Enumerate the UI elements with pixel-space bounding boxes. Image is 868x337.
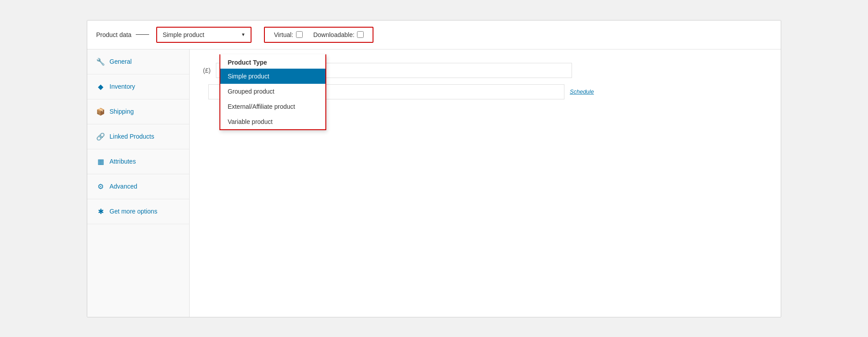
regular-price-currency: (£) bbox=[203, 67, 211, 74]
sidebar-item-linked-products[interactable]: 🔗 Linked Products bbox=[87, 124, 189, 149]
dropdown-header: Product Type bbox=[220, 54, 325, 69]
sidebar-item-shipping[interactable]: 📦 Shipping bbox=[87, 99, 189, 124]
sidebar-label-general: General bbox=[110, 58, 132, 65]
sidebar-label-shipping: Shipping bbox=[110, 108, 134, 115]
dropdown-item-external[interactable]: External/Affiliate product bbox=[220, 99, 325, 114]
sidebar-item-get-more-options[interactable]: ✱ Get more options bbox=[87, 199, 189, 224]
gear-icon: ⚙ bbox=[96, 182, 105, 191]
product-type-select-wrapper[interactable]: Simple product ▼ Product Type Simple pro… bbox=[156, 27, 251, 43]
main-layout: 🔧 General ◆ Inventory 📦 Shipping 🔗 Linke… bbox=[87, 49, 781, 317]
shipping-icon: 📦 bbox=[96, 107, 105, 116]
wrench-icon: 🔧 bbox=[96, 58, 105, 66]
product-type-button[interactable]: Simple product ▼ bbox=[157, 28, 251, 42]
sidebar-item-general[interactable]: 🔧 General bbox=[87, 49, 189, 74]
schedule-link[interactable]: Schedule bbox=[570, 88, 594, 95]
sidebar-item-attributes[interactable]: ▦ Attributes bbox=[87, 149, 189, 174]
product-type-dropdown: Product Type Simple product Grouped prod… bbox=[219, 54, 326, 130]
sidebar: 🔧 General ◆ Inventory 📦 Shipping 🔗 Linke… bbox=[87, 49, 190, 317]
virtual-label-text: Virtual: bbox=[274, 31, 293, 38]
sidebar-label-get-more-options: Get more options bbox=[110, 208, 157, 215]
sidebar-item-inventory[interactable]: ◆ Inventory bbox=[87, 74, 189, 99]
downloadable-checkbox[interactable] bbox=[357, 31, 364, 38]
virtual-checkbox-label[interactable]: Virtual: bbox=[274, 31, 302, 38]
product-data-panel: Product data Simple product ▼ Product Ty… bbox=[87, 20, 781, 317]
inventory-icon: ◆ bbox=[96, 82, 105, 91]
star-icon: ✱ bbox=[96, 207, 105, 216]
sidebar-label-advanced: Advanced bbox=[110, 183, 137, 190]
dropdown-item-grouped[interactable]: Grouped product bbox=[220, 84, 325, 99]
sidebar-item-advanced[interactable]: ⚙ Advanced bbox=[87, 174, 189, 199]
virtual-checkbox[interactable] bbox=[296, 31, 303, 38]
attributes-icon: ▦ bbox=[96, 157, 105, 166]
link-icon: 🔗 bbox=[96, 132, 105, 141]
dropdown-item-simple[interactable]: Simple product bbox=[220, 69, 325, 84]
product-data-label: Product data bbox=[96, 31, 149, 38]
dropdown-arrow-icon: ▼ bbox=[241, 32, 245, 37]
product-data-bar: Product data Simple product ▼ Product Ty… bbox=[87, 21, 781, 49]
sidebar-label-inventory: Inventory bbox=[110, 83, 135, 90]
downloadable-checkbox-label[interactable]: Downloadable: bbox=[313, 31, 364, 38]
sidebar-label-attributes: Attributes bbox=[110, 158, 136, 165]
selected-product-type-label: Simple product bbox=[162, 31, 204, 38]
virtual-downloadable-box: Virtual: Downloadable: bbox=[264, 27, 373, 43]
sidebar-label-linked-products: Linked Products bbox=[110, 133, 154, 140]
dropdown-item-variable[interactable]: Variable product bbox=[220, 114, 325, 129]
downloadable-label-text: Downloadable: bbox=[313, 31, 355, 38]
